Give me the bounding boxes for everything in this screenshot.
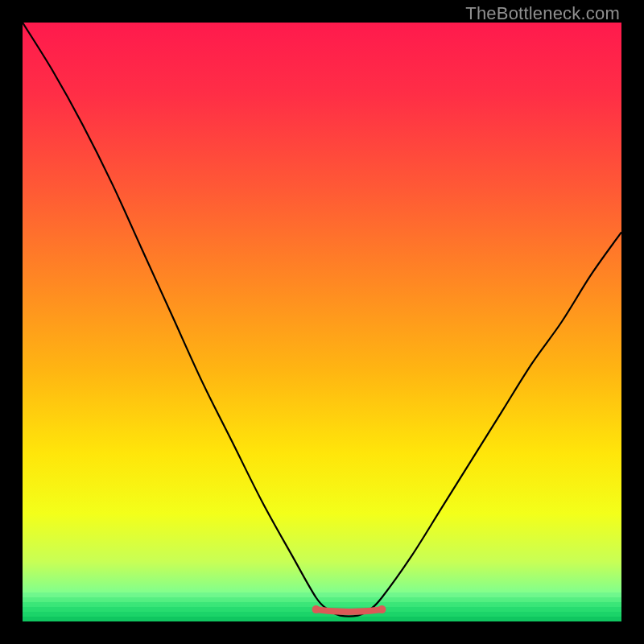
bottleneck-plot [23,23,621,621]
flat-region-start-dot [312,605,320,613]
svg-rect-1 [23,597,621,602]
chart-frame [23,23,621,621]
svg-rect-5 [23,617,621,621]
gradient-background [23,23,621,621]
flat-region-end-dot [378,605,386,613]
watermark-text: TheBottleneck.com [465,3,620,24]
floor-bands [23,592,621,621]
svg-rect-0 [23,592,621,597]
flat-region-highlight [316,609,382,612]
